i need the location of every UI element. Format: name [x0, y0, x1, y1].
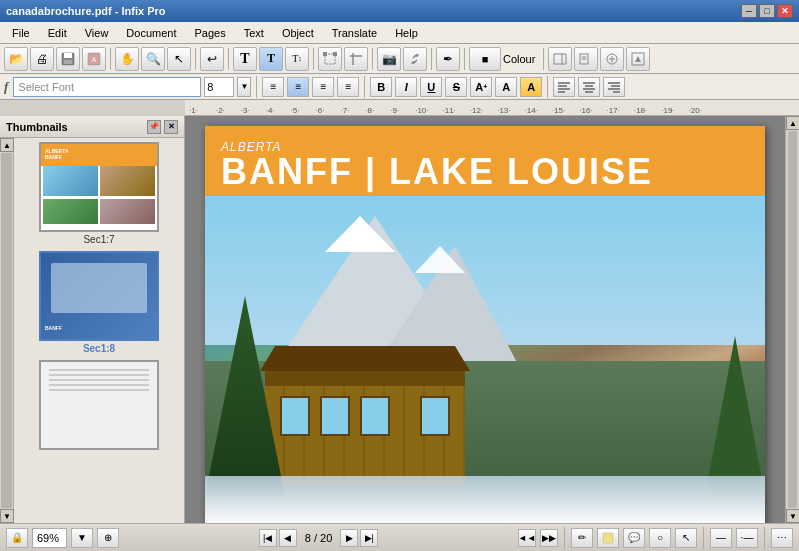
last-page-button[interactable]: ▶|	[360, 529, 378, 547]
thumbnails-pin-button[interactable]: 📌	[147, 120, 161, 134]
dash-dot-button[interactable]: ·—	[736, 528, 758, 548]
first-page-button[interactable]: |◀	[259, 529, 277, 547]
page-navigation: |◀ ◀ 8 / 20 ▶ ▶|	[259, 529, 379, 547]
thumbnails-title: Thumbnails	[6, 121, 68, 133]
menu-file[interactable]: File	[4, 25, 38, 41]
next-page-button[interactable]: ▶	[340, 529, 358, 547]
menu-object[interactable]: Object	[274, 25, 322, 41]
menu-help[interactable]: Help	[387, 25, 426, 41]
align-right-button[interactable]: ≡	[312, 77, 334, 97]
more-options-button[interactable]: ⋯	[771, 528, 793, 548]
para-align-center[interactable]	[578, 77, 600, 97]
zoom-button[interactable]: 🔍	[141, 47, 165, 71]
zoom-lock-button[interactable]: 🔒	[6, 528, 28, 548]
action-btn-2[interactable]	[574, 47, 598, 71]
underline-button[interactable]: U	[420, 77, 442, 97]
page-photo	[205, 196, 765, 523]
separator-fmt2	[547, 76, 548, 98]
vertical-scrollbar[interactable]: ▲ ▼	[785, 116, 799, 523]
text-tool-button[interactable]: T	[233, 47, 257, 71]
zoom-in-button[interactable]: ⊕	[97, 528, 119, 548]
svg-rect-1	[64, 53, 72, 58]
font-size-input[interactable]: 8	[204, 77, 234, 97]
menu-edit[interactable]: Edit	[40, 25, 75, 41]
separator-fmt	[364, 76, 365, 98]
menu-document[interactable]: Document	[118, 25, 184, 41]
thumbnails-close-button[interactable]: ✕	[164, 120, 178, 134]
image-transform-button[interactable]	[318, 47, 342, 71]
strikethrough-button[interactable]: S	[445, 77, 467, 97]
camera-button[interactable]: 📷	[377, 47, 401, 71]
nav-fwd-button[interactable]: ▶▶	[540, 529, 558, 547]
thumbnail-2[interactable]: BANFF Sec1:8	[39, 251, 159, 354]
menu-text[interactable]: Text	[236, 25, 272, 41]
align-left-button[interactable]: ≡	[262, 77, 284, 97]
select-button[interactable]: ↖	[167, 47, 191, 71]
italic-button[interactable]: I	[395, 77, 417, 97]
para-align-left[interactable]	[553, 77, 575, 97]
dash-button[interactable]: —	[710, 528, 732, 548]
close-button[interactable]: ✕	[777, 4, 793, 18]
title-bar: canadabrochure.pdf - Infix Pro ─ □ ✕	[0, 0, 799, 22]
hand-tool-button[interactable]: ✋	[115, 47, 139, 71]
open-button[interactable]: 📂	[4, 47, 28, 71]
separator-1	[110, 48, 111, 70]
minimize-button[interactable]: ─	[741, 4, 757, 18]
menu-pages[interactable]: Pages	[187, 25, 234, 41]
prev-page-button[interactable]: ◀	[279, 529, 297, 547]
save-button[interactable]	[56, 47, 80, 71]
separator-5	[372, 48, 373, 70]
pen-button[interactable]: ✒	[436, 47, 460, 71]
menu-translate[interactable]: Translate	[324, 25, 385, 41]
circle-button[interactable]: ○	[649, 528, 671, 548]
thumb-scroll-up[interactable]: ▲	[0, 138, 14, 152]
ruler-marks: ·1· ·2· ·3· ·4· ·5· ·6· ·7· ·8· ·9· ·10·…	[185, 100, 799, 115]
thumbnails-header: Thumbnails 📌 ✕	[0, 116, 184, 138]
print-button[interactable]: 🖨	[30, 47, 54, 71]
text-format-button[interactable]: T↕	[285, 47, 309, 71]
thumbnail-3[interactable]	[39, 360, 159, 452]
cursor-button[interactable]: ↖	[675, 528, 697, 548]
link-button[interactable]	[403, 47, 427, 71]
undo-button[interactable]: ↩	[200, 47, 224, 71]
zoom-dropdown-button[interactable]: ▼	[71, 528, 93, 548]
separator-fs	[256, 76, 257, 98]
font-size-dropdown[interactable]: ▼	[237, 77, 251, 97]
thumbnail-1-label: Sec1:7	[83, 234, 114, 245]
bold-button[interactable]: B	[370, 77, 392, 97]
svg-rect-6	[323, 52, 327, 56]
highlight-button[interactable]: A	[520, 77, 542, 97]
maximize-button[interactable]: □	[759, 4, 775, 18]
thumbnail-1-image: ALBERTABANFF	[39, 142, 159, 232]
superscript-button[interactable]: A+	[470, 77, 492, 97]
menu-view[interactable]: View	[77, 25, 117, 41]
status-sep-2	[703, 527, 704, 549]
font-toolbar: f Select Font 8 ▼ ≡ ≡ ≡ ≡ B I U S A+ A A	[0, 74, 799, 100]
action-btn-1[interactable]	[548, 47, 572, 71]
align-justify-button[interactable]: ≡	[337, 77, 359, 97]
align-center-button[interactable]: ≡	[287, 77, 309, 97]
thumb-scroll-down[interactable]: ▼	[0, 509, 14, 523]
scroll-up-button[interactable]: ▲	[786, 116, 799, 130]
thumbnails-controls: 📌 ✕	[147, 120, 178, 134]
para-align-right[interactable]	[603, 77, 625, 97]
highlight-tool[interactable]	[597, 528, 619, 548]
thumbnail-1[interactable]: ALBERTABANFF Sec1:7	[39, 142, 159, 245]
export-button[interactable]: A	[82, 47, 106, 71]
svg-text:A: A	[92, 56, 97, 63]
separator-2	[195, 48, 196, 70]
color-text-button[interactable]: A	[495, 77, 517, 97]
app-title: canadabrochure.pdf - Infix Pro	[6, 5, 166, 17]
font-name-input[interactable]: Select Font	[13, 77, 201, 97]
thumbnail-2-label: Sec1:8	[83, 343, 115, 354]
text-edit-button[interactable]: T	[259, 47, 283, 71]
action-btn-3[interactable]	[600, 47, 624, 71]
thumbnail-3-image	[39, 360, 159, 450]
crop-button[interactable]	[344, 47, 368, 71]
action-btn-4[interactable]	[626, 47, 650, 71]
scroll-down-button[interactable]: ▼	[786, 509, 799, 523]
nav-back-button[interactable]: ◄◄	[518, 529, 536, 547]
pencil-button[interactable]: ✏	[571, 528, 593, 548]
comment-button[interactable]: 💬	[623, 528, 645, 548]
colour-box[interactable]: ■	[469, 47, 501, 71]
